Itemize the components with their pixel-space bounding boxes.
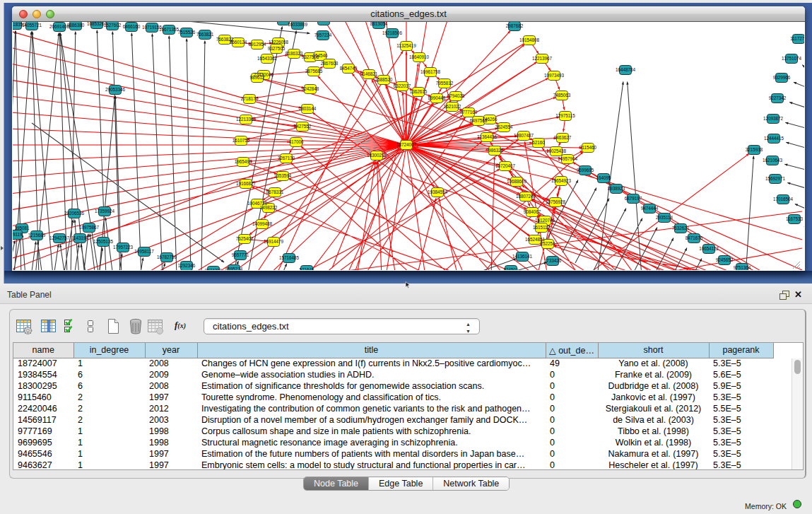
svg-text:989612: 989612 <box>249 75 265 80</box>
svg-text:10975867: 10975867 <box>79 225 100 230</box>
svg-text:13226058: 13226058 <box>269 40 289 45</box>
svg-text:10654112: 10654112 <box>699 246 719 251</box>
svg-text:9777169: 9777169 <box>460 110 478 115</box>
svg-text:16033809: 16033809 <box>288 22 308 27</box>
svg-text:1143194: 1143194 <box>71 235 89 240</box>
svg-text:1167533: 1167533 <box>786 216 804 221</box>
svg-text:9699695: 9699695 <box>577 168 594 173</box>
svg-text:8660124: 8660124 <box>230 40 247 45</box>
svg-text:7955812: 7955812 <box>436 81 454 86</box>
svg-text:10688609: 10688609 <box>507 179 527 184</box>
svg-text:9474381: 9474381 <box>205 268 223 270</box>
svg-text:19384554: 19384554 <box>428 189 448 194</box>
svg-text:7485063: 7485063 <box>553 93 571 98</box>
svg-text:8990448: 8990448 <box>428 95 446 100</box>
svg-text:9227342: 9227342 <box>769 95 787 100</box>
svg-text:3215938: 3215938 <box>746 147 763 152</box>
svg-text:8471676: 8471676 <box>686 235 703 240</box>
svg-text:1615112: 1615112 <box>533 225 551 230</box>
svg-text:12444415: 12444415 <box>764 136 784 141</box>
svg-text:21364436: 21364436 <box>477 134 498 139</box>
svg-text:1527602: 1527602 <box>104 23 122 28</box>
svg-text:8427552: 8427552 <box>294 124 312 129</box>
svg-text:2803144: 2803144 <box>299 106 317 111</box>
svg-text:6466160: 6466160 <box>123 24 141 29</box>
svg-text:10807487: 10807487 <box>514 133 534 138</box>
svg-text:252254: 252254 <box>540 241 555 246</box>
svg-text:16210643: 16210643 <box>763 158 783 163</box>
svg-text:16914479: 16914479 <box>264 239 284 244</box>
svg-text:13751074: 13751074 <box>782 56 802 61</box>
svg-text:12213967: 12213967 <box>532 56 553 61</box>
svg-text:9242848: 9242848 <box>302 86 319 91</box>
svg-text:6879197: 6879197 <box>625 196 642 201</box>
svg-text:16671355: 16671355 <box>159 27 180 32</box>
svg-text:15720407: 15720407 <box>495 163 516 168</box>
svg-text:8938923: 8938923 <box>608 186 625 191</box>
svg-text:1292346: 1292346 <box>178 263 196 268</box>
svg-text:6322037: 6322037 <box>394 83 411 88</box>
svg-text:14136141: 14136141 <box>512 254 533 259</box>
svg-text:10973493: 10973493 <box>544 73 565 78</box>
svg-text:14957904: 14957904 <box>558 156 578 161</box>
svg-text:1965493: 1965493 <box>235 159 252 164</box>
svg-text:11325419: 11325419 <box>396 43 416 48</box>
svg-text:7515526: 7515526 <box>178 30 196 35</box>
svg-text:9886380: 9886380 <box>67 23 85 28</box>
svg-text:7632621: 7632621 <box>672 226 690 230</box>
svg-text:20206536: 20206536 <box>64 211 85 216</box>
svg-text:10756928: 10756928 <box>546 199 566 204</box>
svg-text:17957223: 17957223 <box>113 245 134 250</box>
svg-text:62160: 62160 <box>532 140 545 145</box>
svg-text:8186323: 8186323 <box>286 51 303 56</box>
svg-text:6794028: 6794028 <box>447 93 465 98</box>
svg-text:14055721: 14055721 <box>22 23 42 28</box>
svg-text:10958117: 10958117 <box>134 249 154 254</box>
svg-text:12213369: 12213369 <box>236 117 257 122</box>
svg-text:3624554: 3624554 <box>495 124 513 129</box>
svg-text:15692971: 15692971 <box>765 176 786 181</box>
svg-text:14099488: 14099488 <box>252 221 273 226</box>
svg-text:9634508: 9634508 <box>315 22 333 23</box>
svg-text:12942757: 12942757 <box>49 235 70 240</box>
svg-text:18724007: 18724007 <box>396 142 417 147</box>
svg-text:7625402: 7625402 <box>236 236 254 241</box>
svg-text:8595214: 8595214 <box>225 267 243 270</box>
svg-text:3875685: 3875685 <box>305 69 323 74</box>
svg-text:9751364: 9751364 <box>734 265 751 270</box>
svg-text:19218506: 19218506 <box>382 30 403 35</box>
svg-text:17016504: 17016504 <box>773 197 794 201</box>
svg-text:10154808: 10154808 <box>519 37 540 42</box>
svg-text:10025438: 10025438 <box>546 148 567 153</box>
svg-text:9657771: 9657771 <box>232 252 249 257</box>
svg-text:1215689: 1215689 <box>28 233 46 238</box>
svg-text:9084067: 9084067 <box>524 209 541 214</box>
svg-text:9329966: 9329966 <box>773 75 791 80</box>
svg-text:17359924: 17359924 <box>95 209 115 214</box>
svg-text:16782759: 16782759 <box>157 255 177 259</box>
svg-text:8813054: 8813054 <box>370 22 388 26</box>
svg-text:164095: 164095 <box>596 175 611 180</box>
svg-text:7663821: 7663821 <box>196 32 214 37</box>
svg-text:154546: 154546 <box>312 53 328 58</box>
svg-text:9474444: 9474444 <box>641 206 659 211</box>
svg-text:8678331: 8678331 <box>266 189 284 194</box>
svg-text:1610755: 1610755 <box>233 138 250 143</box>
svg-text:19654923: 19654923 <box>551 178 572 183</box>
svg-text:9245652: 9245652 <box>716 257 734 262</box>
svg-text:7986322: 7986322 <box>486 148 504 153</box>
svg-text:18300295: 18300295 <box>367 153 387 158</box>
svg-text:12093872: 12093872 <box>763 116 784 121</box>
svg-text:12975115: 12975115 <box>555 113 575 118</box>
svg-text:2718176: 2718176 <box>241 96 259 101</box>
svg-text:15716485: 15716485 <box>279 255 300 260</box>
svg-text:19166827: 19166827 <box>236 181 257 186</box>
svg-text:16448784: 16448784 <box>616 67 636 72</box>
svg-text:29053346: 29053346 <box>105 87 126 92</box>
svg-text:924501: 924501 <box>503 267 519 270</box>
svg-text:16120746: 16120746 <box>535 218 555 223</box>
svg-text:1621022: 1621022 <box>444 104 461 109</box>
svg-text:9146821: 9146821 <box>360 71 378 76</box>
svg-text:18807249: 18807249 <box>516 194 536 199</box>
svg-text:12505135: 12505135 <box>93 239 114 244</box>
